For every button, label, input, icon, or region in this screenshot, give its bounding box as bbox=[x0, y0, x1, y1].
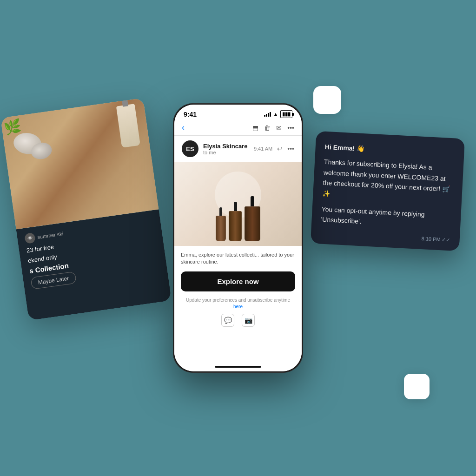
sms-body-text: Thanks for subscribing to Elysia! As a w… bbox=[322, 157, 454, 205]
bottle-large bbox=[245, 196, 260, 241]
product-photo: 🌿 bbox=[0, 98, 159, 230]
body-small bbox=[216, 216, 226, 241]
product-bottles bbox=[216, 196, 260, 241]
archive-icon[interactable]: ⬒ bbox=[252, 124, 258, 132]
body-large bbox=[245, 206, 260, 241]
more-icon[interactable]: ••• bbox=[287, 124, 294, 132]
mail-icon[interactable]: ✉ bbox=[276, 124, 282, 132]
dropper-small bbox=[219, 207, 222, 216]
dropper-medium bbox=[234, 202, 237, 211]
email-content: Emma, explore our latest collecti... tai… bbox=[174, 246, 302, 336]
phone-frame: 9:41 ▲ ▮▮▮ ‹ bbox=[173, 103, 303, 373]
float-card-bottom bbox=[404, 374, 430, 399]
email-actions: ↩ ••• bbox=[277, 145, 294, 152]
sender-to: to me bbox=[203, 150, 249, 155]
sender-initials: ES bbox=[186, 145, 194, 152]
brand-name-label: summer ski bbox=[37, 231, 64, 240]
explore-now-button[interactable]: Explore now bbox=[181, 271, 295, 291]
maybe-later-button[interactable]: Maybe Later bbox=[30, 271, 76, 290]
email-more-icon[interactable]: ••• bbox=[287, 145, 294, 152]
dropper-large bbox=[251, 196, 254, 206]
status-bar: 9:41 ▲ ▮▮▮ bbox=[174, 105, 302, 120]
wifi-icon: ▲ bbox=[273, 111, 278, 118]
body-medium bbox=[229, 211, 242, 241]
sms-card: Hi Emma! 👋 Thanks for subscribing to Ely… bbox=[311, 131, 465, 251]
home-bar bbox=[174, 363, 302, 371]
sender-name: Elysia Skincare bbox=[203, 143, 249, 150]
badge-icon: 👁 bbox=[24, 232, 36, 244]
sender-info: Elysia Skincare to me bbox=[203, 143, 249, 155]
float-card-top bbox=[313, 86, 341, 114]
left-promo-card: 🌿 👁 summer ski 23 for free ekend only s … bbox=[0, 98, 172, 321]
status-time: 9:41 bbox=[184, 111, 197, 118]
email-time: 9:41 AM bbox=[254, 146, 272, 152]
bottle-medium bbox=[229, 202, 242, 241]
unsubscribe-text: Update your preferences and unsubscribe … bbox=[181, 297, 295, 310]
sender-badge: 👁 summer ski bbox=[24, 228, 64, 244]
bottle-small bbox=[216, 207, 226, 241]
sender-avatar: ES bbox=[182, 140, 198, 157]
back-button[interactable]: ‹ bbox=[182, 123, 185, 132]
sms-time: 8:10 PM ✓✓ bbox=[320, 230, 450, 243]
email-body-text: Emma, explore our latest collecti... tai… bbox=[181, 251, 295, 266]
battery-icon: ▮▮▮ bbox=[280, 110, 292, 118]
sms-greeting: Hi Emma! 👋 bbox=[324, 142, 455, 159]
email-social-icons: 💬 📷 bbox=[181, 310, 295, 331]
email-topbar-icons: ⬒ 🗑 ✉ ••• bbox=[252, 124, 294, 132]
unsubscribe-link[interactable]: here bbox=[233, 304, 243, 309]
whatsapp-icon[interactable]: 💬 bbox=[221, 314, 234, 327]
phone-mockup: 9:41 ▲ ▮▮▮ ‹ bbox=[173, 103, 303, 373]
instagram-icon[interactable]: 📷 bbox=[242, 314, 255, 327]
delete-icon[interactable]: 🗑 bbox=[264, 124, 271, 132]
email-topbar: ‹ ⬒ 🗑 ✉ ••• bbox=[174, 120, 302, 136]
product-image-area bbox=[174, 162, 302, 246]
phone-screen: 9:41 ▲ ▮▮▮ ‹ bbox=[174, 105, 302, 371]
status-icons: ▲ ▮▮▮ bbox=[264, 110, 292, 118]
email-header: ES Elysia Skincare to me 9:41 AM ↩ ••• bbox=[174, 136, 302, 162]
email-body: Emma, explore our latest collecti... tai… bbox=[174, 162, 302, 363]
reply-icon[interactable]: ↩ bbox=[277, 145, 283, 152]
home-bar-line bbox=[215, 366, 261, 368]
leaf-decoration: 🌿 bbox=[3, 118, 23, 136]
signal-icon bbox=[264, 112, 271, 117]
sms-optout-text: You can opt-out anytime by replying 'Uns… bbox=[321, 204, 452, 231]
bottle-decoration bbox=[116, 104, 140, 148]
